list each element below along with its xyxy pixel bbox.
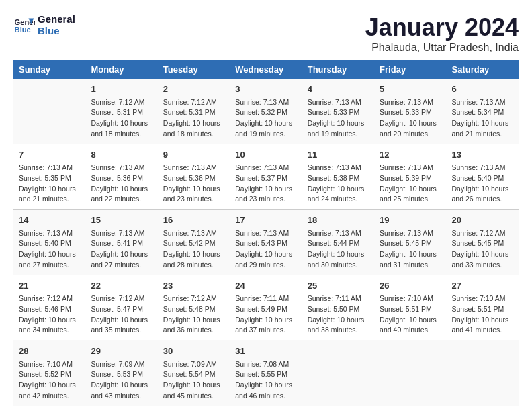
day-number: 26: [380, 279, 441, 293]
day-info: Sunrise: 7:13 AM Sunset: 5:34 PM Dayligh…: [452, 97, 513, 140]
calendar-cell: 12Sunrise: 7:13 AM Sunset: 5:39 PM Dayli…: [374, 144, 446, 210]
logo-subtext: Blue: [38, 25, 75, 36]
calendar-cell: 2Sunrise: 7:12 AM Sunset: 5:31 PM Daylig…: [158, 79, 230, 144]
calendar-cell: 4Sunrise: 7:13 AM Sunset: 5:33 PM Daylig…: [302, 79, 374, 144]
day-number: 3: [235, 83, 296, 96]
calendar-cell: 15Sunrise: 7:13 AM Sunset: 5:41 PM Dayli…: [85, 210, 157, 275]
day-number: 7: [19, 148, 80, 162]
day-info: Sunrise: 7:13 AM Sunset: 5:41 PM Dayligh…: [91, 228, 152, 271]
day-number: 1: [91, 83, 152, 96]
header-friday: Friday: [374, 60, 446, 79]
calendar-cell: 27Sunrise: 7:10 AM Sunset: 5:51 PM Dayli…: [447, 275, 519, 340]
day-number: 8: [91, 148, 152, 162]
calendar-cell: 7Sunrise: 7:13 AM Sunset: 5:35 PM Daylig…: [13, 144, 85, 210]
day-info: Sunrise: 7:12 AM Sunset: 5:31 PM Dayligh…: [163, 97, 224, 140]
day-number: 6: [452, 83, 513, 96]
calendar-cell: [302, 340, 374, 406]
day-info: Sunrise: 7:13 AM Sunset: 5:32 PM Dayligh…: [235, 97, 296, 140]
day-info: Sunrise: 7:13 AM Sunset: 5:38 PM Dayligh…: [308, 163, 369, 205]
day-number: 14: [19, 214, 80, 227]
calendar-week-row: 7Sunrise: 7:13 AM Sunset: 5:35 PM Daylig…: [13, 144, 519, 210]
calendar-cell: 29Sunrise: 7:09 AM Sunset: 5:53 PM Dayli…: [85, 340, 157, 406]
calendar-week-row: 1Sunrise: 7:12 AM Sunset: 5:31 PM Daylig…: [13, 79, 519, 144]
calendar-cell: 20Sunrise: 7:12 AM Sunset: 5:45 PM Dayli…: [447, 210, 519, 275]
calendar-table: SundayMondayTuesdayWednesdayThursdayFrid…: [13, 60, 519, 406]
title-section: January 2024 Phalauda, Uttar Pradesh, In…: [365, 13, 519, 54]
header-tuesday: Tuesday: [158, 60, 230, 79]
day-info: Sunrise: 7:13 AM Sunset: 5:35 PM Dayligh…: [19, 163, 80, 205]
header: General Blue General Blue January 2024 P…: [13, 13, 519, 54]
calendar-cell: 23Sunrise: 7:12 AM Sunset: 5:48 PM Dayli…: [158, 275, 230, 340]
day-number: 2: [163, 83, 224, 96]
day-number: 9: [163, 148, 224, 162]
calendar-cell: [447, 340, 519, 406]
day-number: 21: [19, 279, 80, 293]
day-info: Sunrise: 7:11 AM Sunset: 5:49 PM Dayligh…: [235, 293, 296, 336]
calendar-cell: 3Sunrise: 7:13 AM Sunset: 5:32 PM Daylig…: [230, 79, 302, 144]
day-info: Sunrise: 7:12 AM Sunset: 5:31 PM Dayligh…: [91, 97, 152, 140]
calendar-cell: 13Sunrise: 7:13 AM Sunset: 5:40 PM Dayli…: [447, 144, 519, 210]
day-info: Sunrise: 7:10 AM Sunset: 5:51 PM Dayligh…: [380, 293, 441, 336]
header-wednesday: Wednesday: [230, 60, 302, 79]
calendar-cell: 26Sunrise: 7:10 AM Sunset: 5:51 PM Dayli…: [374, 275, 446, 340]
calendar-week-row: 14Sunrise: 7:13 AM Sunset: 5:40 PM Dayli…: [13, 210, 519, 275]
day-info: Sunrise: 7:11 AM Sunset: 5:50 PM Dayligh…: [308, 293, 369, 336]
calendar-subtitle: Phalauda, Uttar Pradesh, India: [365, 42, 519, 54]
calendar-cell: 25Sunrise: 7:11 AM Sunset: 5:50 PM Dayli…: [302, 275, 374, 340]
day-info: Sunrise: 7:12 AM Sunset: 5:48 PM Dayligh…: [163, 293, 224, 336]
day-info: Sunrise: 7:09 AM Sunset: 5:53 PM Dayligh…: [91, 359, 152, 402]
calendar-cell: 8Sunrise: 7:13 AM Sunset: 5:36 PM Daylig…: [85, 144, 157, 210]
day-number: 27: [452, 279, 513, 293]
day-number: 13: [452, 148, 513, 162]
calendar-cell: 24Sunrise: 7:11 AM Sunset: 5:49 PM Dayli…: [230, 275, 302, 340]
calendar-cell: 31Sunrise: 7:08 AM Sunset: 5:55 PM Dayli…: [230, 340, 302, 406]
calendar-cell: 21Sunrise: 7:12 AM Sunset: 5:46 PM Dayli…: [13, 275, 85, 340]
day-number: 11: [308, 148, 369, 162]
day-number: 17: [235, 214, 296, 227]
logo-icon: General Blue: [13, 14, 35, 36]
day-info: Sunrise: 7:13 AM Sunset: 5:43 PM Dayligh…: [235, 228, 296, 271]
calendar-cell: 11Sunrise: 7:13 AM Sunset: 5:38 PM Dayli…: [302, 144, 374, 210]
calendar-week-row: 28Sunrise: 7:10 AM Sunset: 5:52 PM Dayli…: [13, 340, 519, 406]
calendar-cell: 22Sunrise: 7:12 AM Sunset: 5:47 PM Dayli…: [85, 275, 157, 340]
day-number: 16: [163, 214, 224, 227]
calendar-cell: 14Sunrise: 7:13 AM Sunset: 5:40 PM Dayli…: [13, 210, 85, 275]
day-info: Sunrise: 7:13 AM Sunset: 5:36 PM Dayligh…: [91, 163, 152, 205]
calendar-cell: 6Sunrise: 7:13 AM Sunset: 5:34 PM Daylig…: [447, 79, 519, 144]
day-number: 10: [235, 148, 296, 162]
day-number: 22: [91, 279, 152, 293]
day-number: 4: [308, 83, 369, 96]
calendar-cell: 5Sunrise: 7:13 AM Sunset: 5:33 PM Daylig…: [374, 79, 446, 144]
header-monday: Monday: [85, 60, 157, 79]
svg-text:Blue: Blue: [15, 26, 31, 34]
day-info: Sunrise: 7:12 AM Sunset: 5:47 PM Dayligh…: [91, 293, 152, 336]
day-info: Sunrise: 7:13 AM Sunset: 5:40 PM Dayligh…: [452, 163, 513, 205]
day-number: 24: [235, 279, 296, 293]
day-number: 30: [163, 345, 224, 358]
calendar-cell: [374, 340, 446, 406]
day-number: 5: [380, 83, 441, 96]
day-info: Sunrise: 7:13 AM Sunset: 5:33 PM Dayligh…: [380, 97, 441, 140]
calendar-cell: 10Sunrise: 7:13 AM Sunset: 5:37 PM Dayli…: [230, 144, 302, 210]
day-info: Sunrise: 7:12 AM Sunset: 5:46 PM Dayligh…: [19, 293, 80, 336]
header-saturday: Saturday: [447, 60, 519, 79]
calendar-title: January 2024: [365, 13, 519, 42]
calendar-cell: 16Sunrise: 7:13 AM Sunset: 5:42 PM Dayli…: [158, 210, 230, 275]
calendar-cell: 30Sunrise: 7:09 AM Sunset: 5:54 PM Dayli…: [158, 340, 230, 406]
header-sunday: Sunday: [13, 60, 85, 79]
calendar-cell: 19Sunrise: 7:13 AM Sunset: 5:45 PM Dayli…: [374, 210, 446, 275]
day-info: Sunrise: 7:08 AM Sunset: 5:55 PM Dayligh…: [235, 359, 296, 402]
logo: General Blue General Blue: [13, 13, 75, 36]
day-info: Sunrise: 7:12 AM Sunset: 5:45 PM Dayligh…: [452, 228, 513, 271]
day-number: 15: [91, 214, 152, 227]
day-info: Sunrise: 7:10 AM Sunset: 5:52 PM Dayligh…: [19, 359, 80, 402]
calendar-cell: 28Sunrise: 7:10 AM Sunset: 5:52 PM Dayli…: [13, 340, 85, 406]
day-number: 29: [91, 345, 152, 358]
day-info: Sunrise: 7:13 AM Sunset: 5:40 PM Dayligh…: [19, 228, 80, 271]
calendar-week-row: 21Sunrise: 7:12 AM Sunset: 5:46 PM Dayli…: [13, 275, 519, 340]
day-info: Sunrise: 7:09 AM Sunset: 5:54 PM Dayligh…: [163, 359, 224, 402]
day-number: 25: [308, 279, 369, 293]
day-number: 31: [235, 345, 296, 358]
day-info: Sunrise: 7:13 AM Sunset: 5:39 PM Dayligh…: [380, 163, 441, 205]
header-thursday: Thursday: [302, 60, 374, 79]
